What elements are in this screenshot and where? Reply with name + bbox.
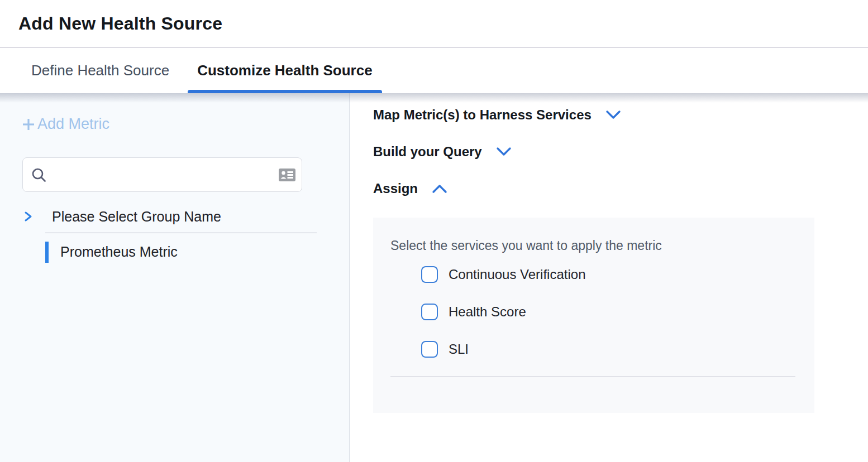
plus-icon (21, 117, 36, 132)
search-icon (31, 167, 47, 184)
section-build-your-query[interactable]: Build your Query (373, 144, 868, 160)
section-label: Map Metric(s) to Harness Services (373, 107, 592, 123)
section-map-metrics[interactable]: Map Metric(s) to Harness Services (373, 107, 868, 123)
sli-checkbox[interactable] (421, 341, 438, 358)
option-label: Health Score (449, 304, 526, 320)
option-row-sli[interactable]: SLI (421, 341, 814, 358)
contact-card-icon[interactable] (279, 169, 295, 181)
chevron-down-icon (495, 146, 512, 157)
tab-label: Customize Health Source (197, 62, 373, 79)
option-label: Continuous Verification (449, 267, 585, 282)
add-metric-button[interactable]: Add Metric (21, 116, 109, 133)
page-title: Add New Health Source (18, 13, 222, 34)
chevron-down-icon (605, 109, 622, 121)
selected-metric-indicator (45, 242, 49, 263)
option-label: SLI (449, 341, 469, 357)
tab-bar: Define Health Source Customize Health So… (0, 48, 868, 93)
chevron-right-icon (23, 210, 33, 223)
add-metric-label: Add Metric (37, 116, 109, 133)
metric-list-item-prometheus[interactable]: Prometheus Metric (45, 242, 349, 263)
group-name-label: Please Select Group Name (52, 209, 221, 225)
option-row-continuous-verification[interactable]: Continuous Verification (421, 266, 814, 283)
section-label: Build your Query (373, 144, 482, 160)
tab-label: Define Health Source (31, 62, 169, 79)
group-divider (45, 233, 317, 233)
metrics-sidebar: Add Metric Please Select Group Name (0, 93, 350, 462)
group-name-expander[interactable]: Please Select Group Name (23, 209, 349, 225)
section-label: Assign (373, 181, 418, 196)
option-row-health-score[interactable]: Health Score (421, 304, 814, 320)
page-header: Add New Health Source (0, 0, 868, 48)
assign-prompt: Select the services you want to apply th… (390, 238, 814, 253)
assign-services-panel: Select the services you want to apply th… (373, 218, 814, 413)
customize-health-source-panel: Map Metric(s) to Harness Services Build … (350, 93, 868, 462)
chevron-up-icon (431, 183, 448, 194)
metric-search-box (22, 157, 302, 192)
tab-define-health-source[interactable]: Define Health Source (22, 48, 179, 93)
search-input[interactable] (22, 157, 302, 192)
content-area: Add Metric Please Select Group Name (0, 93, 868, 462)
assign-panel-divider (390, 376, 795, 377)
section-assign[interactable]: Assign (373, 181, 868, 196)
health-score-checkbox[interactable] (421, 304, 438, 320)
continuous-verification-checkbox[interactable] (421, 266, 438, 283)
metric-item-label: Prometheus Metric (60, 244, 178, 260)
active-tab-underline (188, 90, 382, 93)
tab-customize-health-source[interactable]: Customize Health Source (188, 48, 382, 93)
